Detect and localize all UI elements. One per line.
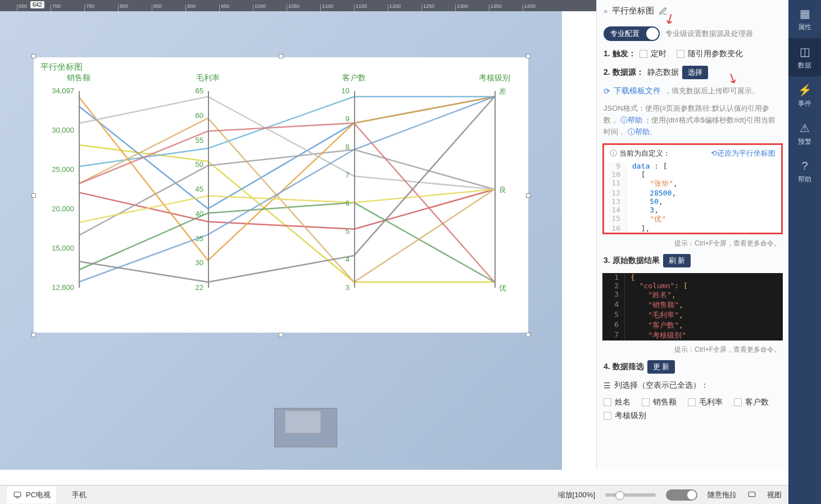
tab-mobile[interactable]: 手机 [66, 487, 92, 503]
bottom-toolbar: PC电视 手机 缩放[100%] 随意拖拉 视图 [0, 485, 788, 504]
nav-预警[interactable]: ⚠预警 [788, 115, 821, 153]
toggle-desc: 专业级设置数据源及处理器 [665, 29, 753, 39]
ruler-position-badge: 642 [30, 1, 44, 8]
undo-icon: ⟲ [711, 149, 717, 157]
pro-config-toggle[interactable]: 专业配置 [604, 26, 660, 41]
nav-属性[interactable]: ▦属性 [788, 0, 821, 38]
json-editor[interactable]: 9data : [10 [11 "张华",12 28500,13 50,14 3… [604, 162, 781, 233]
checkbox-timer[interactable] [639, 50, 647, 58]
nav-事件[interactable]: ⚡事件 [788, 76, 821, 115]
filter-col-checkbox[interactable] [688, 398, 696, 406]
minimap[interactable] [274, 408, 337, 447]
free-drag-toggle[interactable] [666, 489, 697, 501]
zoom-slider[interactable] [605, 493, 656, 497]
chart-lines [34, 91, 528, 305]
restore-link[interactable]: ⟲还原为平行坐标图 [711, 148, 775, 158]
filter-col-checkbox[interactable] [604, 398, 611, 406]
nav-数据[interactable]: ◫数据 [788, 38, 821, 76]
download-template-link[interactable]: 下载模板文件 [614, 86, 661, 96]
trigger-section: 1. 触发： 定时 随引用参数变化 [597, 46, 788, 62]
help-icon-1[interactable]: ⓘ [620, 116, 628, 124]
filter-col-checkbox[interactable] [734, 398, 742, 406]
select-datasource-button[interactable]: 选择 [682, 66, 708, 79]
filter-col-checkbox[interactable] [604, 412, 611, 420]
checkbox-param-change[interactable] [677, 50, 684, 58]
filter-col-checkbox[interactable] [642, 398, 650, 406]
refresh-button[interactable]: 刷 新 [663, 254, 691, 267]
info-icon: ⓘ [610, 149, 617, 157]
expand-icon[interactable]: » [604, 7, 607, 15]
svg-rect-1 [749, 492, 755, 496]
help-icon-2[interactable]: ⓘ [628, 128, 635, 136]
datasource-section: 2. 数据源： 静态数据 选择 ↘ [597, 62, 788, 83]
update-filter-button[interactable]: 更 新 [647, 360, 675, 374]
columns-icon: ☰ [604, 381, 611, 390]
chart-title: 平行坐标图 [40, 62, 83, 72]
svg-rect-0 [14, 492, 21, 496]
minimap-viewport[interactable] [285, 411, 321, 433]
nav-帮助[interactable]: ?帮助 [788, 153, 821, 191]
download-icon: ⟳ [604, 87, 610, 96]
json-editor-box: ⓘ 当前为自定义： ⟲还原为平行坐标图 9data : [10 [11 "张华"… [602, 143, 783, 234]
editor-hint: 提示：Ctrl+F全屏，查看更多命令。 [597, 237, 788, 251]
raw-hint: 提示：Ctrl+F全屏，查看更多命令。 [597, 343, 788, 357]
panel-title: 平行坐标图 [612, 6, 654, 16]
view-icon[interactable] [747, 491, 757, 499]
raw-result-section: 3. 原始数据结果 刷 新 [597, 251, 788, 271]
properties-panel: » 平行坐标图 专业配置 专业级设置数据源及处理器 ↙ 1. 触发： 定时 随引… [596, 0, 788, 470]
zoom-label: 缩放[100%] [558, 490, 595, 500]
canvas-area[interactable]: 平行坐标图 销售额34,09730,00025,00020,00015,0001… [0, 11, 562, 470]
monitor-icon [12, 491, 22, 499]
chart-parallel-coords[interactable]: 平行坐标图 销售额34,09730,00025,00020,00015,0001… [34, 57, 528, 333]
raw-result-viewer[interactable]: 1{2 "column": [3 "姓名",4 "销售额",5 "毛利率",6 … [602, 273, 783, 340]
filter-section: 4. 数据筛选 更 新 [597, 357, 788, 377]
right-nav-bar: ▦属性◫数据⚡事件⚠预警?帮助 [788, 0, 821, 504]
tab-pc[interactable]: PC电视 [7, 487, 56, 503]
